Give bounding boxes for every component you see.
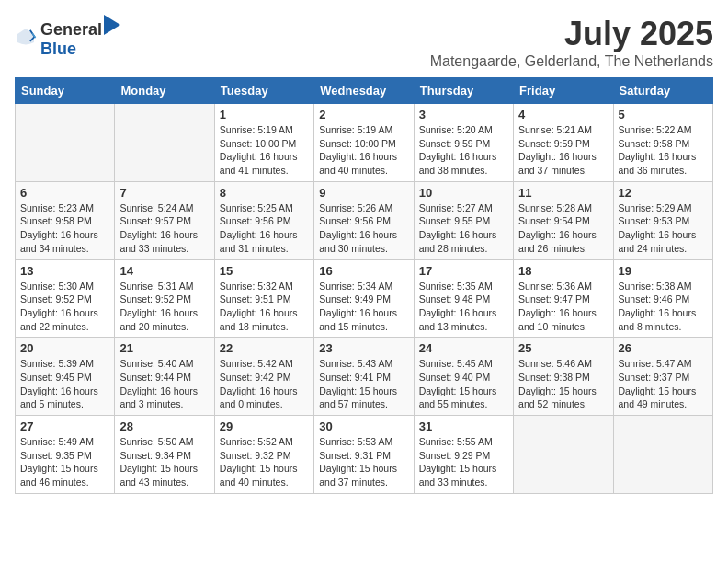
title-area: July 2025 Matengaarde, Gelderland, The N… [430,15,713,70]
day-info: Sunrise: 5:21 AM Sunset: 9:59 PM Dayligh… [518,123,608,178]
day-info: Sunrise: 5:26 AM Sunset: 9:56 PM Dayligh… [319,201,408,256]
location-title: Matengaarde, Gelderland, The Netherlands [430,53,713,70]
day-number: 19 [619,264,708,278]
day-info: Sunrise: 5:27 AM Sunset: 9:55 PM Dayligh… [419,201,508,256]
logo-icon [15,26,37,48]
logo-triangle-icon [104,15,120,35]
calendar-cell: 21Sunrise: 5:40 AM Sunset: 9:44 PM Dayli… [115,338,214,416]
day-info: Sunrise: 5:49 AM Sunset: 9:35 PM Dayligh… [20,435,109,489]
day-info: Sunrise: 5:55 AM Sunset: 9:29 PM Dayligh… [419,435,508,489]
day-number: 27 [20,419,109,433]
logo-general: General [40,20,102,40]
day-info: Sunrise: 5:50 AM Sunset: 9:34 PM Dayligh… [119,435,209,489]
day-number: 9 [319,186,408,200]
calendar-cell: 3Sunrise: 5:20 AM Sunset: 9:59 PM Daylig… [414,104,513,182]
calendar-week-row: 20Sunrise: 5:39 AM Sunset: 9:45 PM Dayli… [16,338,713,416]
day-info: Sunrise: 5:52 AM Sunset: 9:32 PM Dayligh… [220,435,309,489]
day-info: Sunrise: 5:23 AM Sunset: 9:58 PM Dayligh… [20,201,109,256]
calendar-header-row: SundayMondayTuesdayWednesdayThursdayFrid… [16,78,713,104]
weekday-header: Friday [514,78,613,104]
calendar-cell: 18Sunrise: 5:36 AM Sunset: 9:47 PM Dayli… [514,259,613,338]
calendar-cell [613,416,712,494]
day-info: Sunrise: 5:43 AM Sunset: 9:41 PM Dayligh… [319,357,408,411]
calendar-cell: 4Sunrise: 5:21 AM Sunset: 9:59 PM Daylig… [514,104,613,182]
day-info: Sunrise: 5:42 AM Sunset: 9:42 PM Dayligh… [220,357,309,411]
day-info: Sunrise: 5:39 AM Sunset: 9:45 PM Dayligh… [20,357,109,411]
day-info: Sunrise: 5:19 AM Sunset: 10:00 PM Daylig… [220,123,309,178]
day-info: Sunrise: 5:53 AM Sunset: 9:31 PM Dayligh… [319,435,408,489]
day-info: Sunrise: 5:20 AM Sunset: 9:59 PM Dayligh… [419,123,508,178]
calendar-cell: 27Sunrise: 5:49 AM Sunset: 9:35 PM Dayli… [16,416,115,494]
day-number: 16 [319,264,408,278]
calendar-week-row: 13Sunrise: 5:30 AM Sunset: 9:52 PM Dayli… [16,259,713,338]
weekday-header: Sunday [16,78,115,104]
day-number: 15 [220,264,309,278]
calendar-cell: 19Sunrise: 5:38 AM Sunset: 9:46 PM Dayli… [613,259,712,338]
calendar-cell: 6Sunrise: 5:23 AM Sunset: 9:58 PM Daylig… [16,181,115,259]
day-info: Sunrise: 5:30 AM Sunset: 9:52 PM Dayligh… [20,280,109,334]
day-info: Sunrise: 5:46 AM Sunset: 9:38 PM Dayligh… [518,357,608,411]
day-info: Sunrise: 5:25 AM Sunset: 9:56 PM Dayligh… [220,201,309,256]
day-number: 3 [419,108,508,121]
day-number: 17 [419,264,508,278]
weekday-header: Thursday [414,78,513,104]
calendar-cell: 23Sunrise: 5:43 AM Sunset: 9:41 PM Dayli… [314,338,414,416]
calendar-cell: 24Sunrise: 5:45 AM Sunset: 9:40 PM Dayli… [414,338,513,416]
calendar-cell [514,416,613,494]
day-number: 14 [119,264,209,278]
weekday-header: Monday [115,78,214,104]
calendar-cell: 8Sunrise: 5:25 AM Sunset: 9:56 PM Daylig… [214,181,313,259]
calendar-table: SundayMondayTuesdayWednesdayThursdayFrid… [15,77,713,494]
logo-text: General Blue [40,15,120,59]
day-number: 4 [518,108,608,121]
day-info: Sunrise: 5:32 AM Sunset: 9:51 PM Dayligh… [220,280,309,334]
day-number: 10 [419,186,508,200]
calendar-cell: 16Sunrise: 5:34 AM Sunset: 9:49 PM Dayli… [314,259,414,338]
calendar-cell: 9Sunrise: 5:26 AM Sunset: 9:56 PM Daylig… [314,181,414,259]
day-number: 11 [518,186,608,200]
weekday-header: Tuesday [214,78,313,104]
day-number: 1 [220,108,309,121]
calendar-week-row: 6Sunrise: 5:23 AM Sunset: 9:58 PM Daylig… [16,181,713,259]
day-number: 24 [419,341,508,355]
day-number: 26 [619,341,708,355]
day-number: 8 [220,186,309,200]
day-info: Sunrise: 5:36 AM Sunset: 9:47 PM Dayligh… [518,280,608,334]
calendar-cell: 25Sunrise: 5:46 AM Sunset: 9:38 PM Dayli… [514,338,613,416]
day-number: 28 [119,419,209,433]
header: General Blue July 2025 Matengaarde, Geld… [15,15,713,70]
calendar-cell: 7Sunrise: 5:24 AM Sunset: 9:57 PM Daylig… [115,181,214,259]
day-number: 31 [419,419,508,433]
day-info: Sunrise: 5:29 AM Sunset: 9:53 PM Dayligh… [619,201,708,256]
calendar-cell: 12Sunrise: 5:29 AM Sunset: 9:53 PM Dayli… [613,181,712,259]
calendar-week-row: 1Sunrise: 5:19 AM Sunset: 10:00 PM Dayli… [16,104,713,182]
calendar-cell: 20Sunrise: 5:39 AM Sunset: 9:45 PM Dayli… [16,338,115,416]
day-number: 30 [319,419,408,433]
day-info: Sunrise: 5:47 AM Sunset: 9:37 PM Dayligh… [619,357,708,411]
calendar-cell: 29Sunrise: 5:52 AM Sunset: 9:32 PM Dayli… [214,416,313,494]
logo: General Blue [15,15,120,59]
day-number: 12 [619,186,708,200]
day-info: Sunrise: 5:45 AM Sunset: 9:40 PM Dayligh… [419,357,508,411]
day-number: 5 [619,108,708,121]
day-number: 2 [319,108,408,121]
svg-marker-1 [104,15,120,35]
calendar-cell: 1Sunrise: 5:19 AM Sunset: 10:00 PM Dayli… [214,104,313,182]
calendar-cell: 28Sunrise: 5:50 AM Sunset: 9:34 PM Dayli… [115,416,214,494]
day-info: Sunrise: 5:22 AM Sunset: 9:58 PM Dayligh… [619,123,708,178]
day-info: Sunrise: 5:35 AM Sunset: 9:48 PM Dayligh… [419,280,508,334]
day-number: 18 [518,264,608,278]
calendar-cell: 31Sunrise: 5:55 AM Sunset: 9:29 PM Dayli… [414,416,513,494]
day-info: Sunrise: 5:40 AM Sunset: 9:44 PM Dayligh… [119,357,209,411]
day-number: 22 [220,341,309,355]
day-number: 29 [220,419,309,433]
calendar-cell: 5Sunrise: 5:22 AM Sunset: 9:58 PM Daylig… [613,104,712,182]
calendar-cell: 13Sunrise: 5:30 AM Sunset: 9:52 PM Dayli… [16,259,115,338]
calendar-cell [16,104,115,182]
calendar-cell [115,104,214,182]
day-info: Sunrise: 5:34 AM Sunset: 9:49 PM Dayligh… [319,280,408,334]
logo-blue: Blue [40,40,76,58]
day-number: 23 [319,341,408,355]
weekday-header: Saturday [613,78,712,104]
calendar-cell: 26Sunrise: 5:47 AM Sunset: 9:37 PM Dayli… [613,338,712,416]
